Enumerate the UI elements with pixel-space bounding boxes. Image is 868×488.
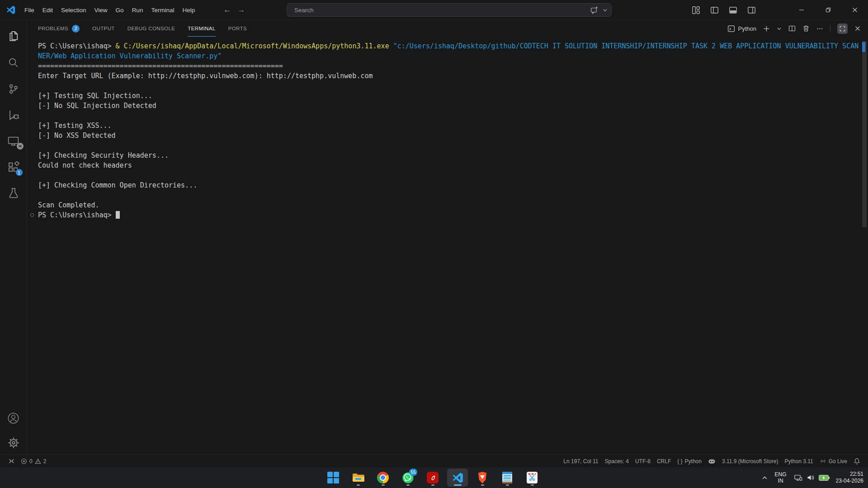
- source-control-icon[interactable]: [0, 75, 27, 102]
- restore-button[interactable]: [815, 0, 841, 20]
- close-panel-icon[interactable]: [854, 25, 861, 32]
- extensions-icon[interactable]: 1: [0, 154, 27, 180]
- command-center-search[interactable]: Search: [287, 3, 612, 17]
- scrollbar-command-mark: [862, 42, 865, 52]
- terminal-profile[interactable]: Python: [727, 25, 756, 33]
- activity-bar: 1: [0, 20, 27, 455]
- file-explorer-app[interactable]: [348, 469, 368, 487]
- tab-debug-console[interactable]: DEBUG CONSOLE: [127, 20, 175, 37]
- chevron-down-icon: [603, 8, 608, 13]
- chrome-app[interactable]: [373, 469, 393, 487]
- indentation[interactable]: Spaces: 4: [602, 456, 632, 466]
- terminal-line: Scan Completed.: [38, 200, 859, 210]
- terminal-actions: Python: [727, 23, 868, 34]
- minimize-button[interactable]: [788, 0, 815, 20]
- problems-count-badge: 2: [72, 25, 80, 33]
- remote-badge: [17, 143, 24, 150]
- windows-taskbar: 55: [0, 467, 868, 488]
- remote-indicator[interactable]: [5, 456, 18, 466]
- snipping-tool-app[interactable]: [522, 469, 542, 487]
- extensions-badge: 1: [15, 169, 23, 176]
- toggle-secondary-sidebar-icon[interactable]: [747, 6, 756, 14]
- settings-gear-icon[interactable]: [0, 431, 27, 455]
- terminal-viewport[interactable]: PS C:\Users\ishaq> & C:/Users/ishaq/AppD…: [27, 37, 868, 455]
- terminal-cursor: [116, 211, 120, 219]
- language-indicator[interactable]: ENG IN: [775, 471, 787, 484]
- terminal-line: Could not check headers: [38, 160, 859, 170]
- command-decoration[interactable]: [30, 213, 34, 217]
- tab-terminal[interactable]: TERMINAL: [188, 20, 215, 37]
- go-live[interactable]: Go Live: [816, 456, 850, 466]
- menu-view[interactable]: View: [90, 5, 112, 16]
- toggle-primary-sidebar-icon[interactable]: [710, 6, 719, 14]
- terminal-line: [+] Checking Security Headers...: [38, 150, 859, 160]
- menu-selection[interactable]: Selection: [57, 5, 90, 16]
- forward-arrow-icon[interactable]: →: [237, 5, 245, 14]
- more-actions-icon[interactable]: [816, 25, 823, 32]
- cursor-position[interactable]: Ln 197, Col 11: [560, 456, 601, 466]
- window-controls: [788, 0, 868, 20]
- copilot-chat-button[interactable]: [590, 6, 608, 14]
- terminal-line: NER/Web Application Vulnerability Scanne…: [38, 51, 859, 61]
- battery-icon: [819, 475, 829, 481]
- terminal-line: [+] Checking Common Open Directories...: [38, 180, 859, 190]
- explorer-icon[interactable]: [0, 23, 27, 49]
- python-interpreter[interactable]: 3.11.9 (Microsoft Store): [719, 456, 782, 466]
- vscode-logo-icon: [5, 4, 17, 16]
- copilot-status[interactable]: [705, 456, 719, 466]
- encoding[interactable]: UTF-8: [632, 456, 654, 466]
- menu-file[interactable]: File: [20, 5, 38, 16]
- notifications-bell-icon[interactable]: [850, 456, 863, 466]
- menu-run[interactable]: Run: [128, 5, 147, 16]
- new-terminal-icon[interactable]: [763, 25, 770, 32]
- braces-icon: { }: [677, 458, 682, 465]
- remote-explorer-icon[interactable]: [0, 128, 27, 154]
- whatsapp-app[interactable]: 55: [397, 469, 418, 487]
- testing-icon[interactable]: [0, 180, 27, 206]
- python-version[interactable]: Python 3.11: [781, 456, 816, 466]
- run-debug-icon[interactable]: [0, 102, 27, 128]
- customize-layout-icon[interactable]: [692, 6, 700, 14]
- notepad-app[interactable]: [497, 469, 518, 487]
- windows-start-icon: [327, 472, 339, 483]
- terminal-line: ========================================…: [38, 61, 859, 71]
- tab-output[interactable]: OUTPUT: [92, 20, 115, 37]
- terminal-scrollbar[interactable]: [862, 41, 867, 227]
- terminal-dropdown-icon[interactable]: [777, 26, 782, 31]
- copilot-icon: [708, 458, 716, 465]
- account-icon[interactable]: [0, 405, 27, 431]
- problems-status[interactable]: 0 2: [18, 456, 49, 466]
- clock[interactable]: 22:51 23-04-2026: [836, 471, 863, 484]
- tab-ports[interactable]: PORTS: [228, 20, 247, 37]
- menu-terminal[interactable]: Terminal: [147, 5, 178, 16]
- remote-icon: [8, 458, 14, 465]
- close-button[interactable]: [841, 0, 868, 20]
- terminal-line: [+] Testing XSS...: [38, 121, 859, 131]
- terminal-output: PS C:\Users\ishaq> & C:/Users/ishaq/AppD…: [38, 41, 859, 220]
- menu-help[interactable]: Help: [178, 5, 199, 16]
- search-icon[interactable]: [0, 49, 27, 75]
- tray-chevron-up-icon[interactable]: [762, 475, 768, 481]
- split-terminal-icon[interactable]: [788, 25, 796, 32]
- history-nav: ← →: [223, 5, 245, 14]
- tray-status-icons[interactable]: [794, 474, 829, 482]
- back-arrow-icon[interactable]: ←: [223, 5, 231, 14]
- acrobat-app[interactable]: [422, 469, 443, 487]
- terminal-line: PS C:\Users\ishaq>: [38, 210, 859, 220]
- brave-app[interactable]: [472, 469, 493, 487]
- menu-go[interactable]: Go: [112, 5, 128, 16]
- file-explorer-icon: [352, 472, 364, 483]
- tab-problems[interactable]: PROBLEMS 2: [38, 20, 80, 37]
- vscode-app[interactable]: [447, 469, 468, 487]
- menu-edit[interactable]: Edit: [38, 5, 57, 16]
- start-button[interactable]: [323, 469, 344, 487]
- kill-terminal-icon[interactable]: [802, 25, 810, 32]
- layout-controls: [692, 0, 756, 20]
- actions-divider: [830, 25, 830, 32]
- terminal-line: [+] Testing SQL Injection...: [38, 91, 859, 101]
- toggle-panel-icon[interactable]: [729, 6, 737, 14]
- eol-sequence[interactable]: CRLF: [654, 456, 674, 466]
- language-mode[interactable]: { } Python: [674, 456, 705, 466]
- vscode-taskbar-icon: [452, 472, 464, 484]
- maximize-panel-icon[interactable]: [837, 23, 848, 34]
